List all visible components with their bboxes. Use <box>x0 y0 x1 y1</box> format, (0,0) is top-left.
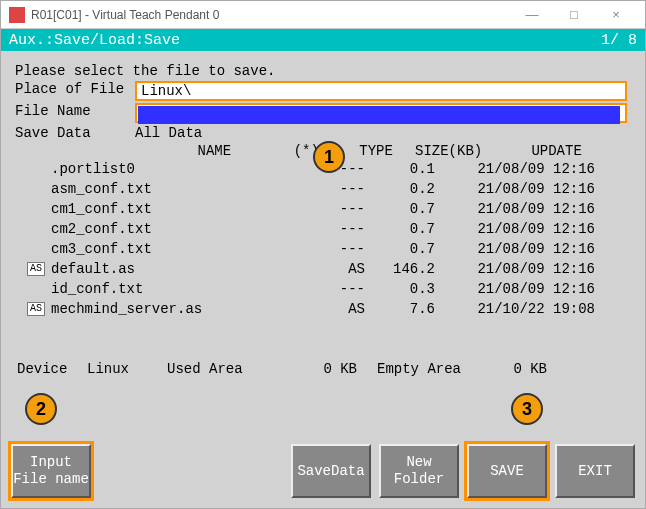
file-type: --- <box>305 281 365 297</box>
minimize-button[interactable]: — <box>511 4 553 26</box>
empty-label: Empty Area <box>357 361 467 377</box>
used-value: 0 KB <box>277 361 357 377</box>
file-row[interactable]: ASmechmind_server.asAS7.621/10/22 19:08 <box>27 299 631 319</box>
window-title: R01[C01] - Virtual Teach Pendant 0 <box>31 8 511 22</box>
file-size: 0.7 <box>365 241 435 257</box>
savedata-button[interactable]: SaveData <box>291 444 371 498</box>
file-type: --- <box>305 241 365 257</box>
file-size: 7.6 <box>365 301 435 317</box>
aux-page: 1/ 8 <box>601 32 637 49</box>
prompt-text: Please select the file to save. <box>15 63 275 79</box>
callout-2: 2 <box>25 393 57 425</box>
file-size: 146.2 <box>365 261 435 277</box>
file-row[interactable]: id_conf.txt---0.321/08/09 12:16 <box>27 279 631 299</box>
savedata-value: All Data <box>135 125 202 141</box>
empty-value: 0 KB <box>467 361 547 377</box>
app-icon <box>9 7 25 23</box>
file-update: 21/08/09 12:16 <box>435 181 595 197</box>
file-update: 21/10/22 19:08 <box>435 301 595 317</box>
filename-label: File Name <box>15 103 135 123</box>
file-list: .portlist0---0.121/08/09 12:16asm_conf.t… <box>27 159 631 319</box>
file-name: cm1_conf.txt <box>45 201 305 217</box>
file-name: cm2_conf.txt <box>45 221 305 237</box>
file-name: id_conf.txt <box>45 281 305 297</box>
input-filename-button[interactable]: Input File name <box>11 444 91 498</box>
file-type-icon: AS <box>27 262 45 276</box>
window: R01[C01] - Virtual Teach Pendant 0 — □ ×… <box>0 0 646 509</box>
file-type: AS <box>305 301 365 317</box>
file-update: 21/08/09 12:16 <box>435 261 595 277</box>
filename-cursor <box>138 106 620 124</box>
file-type-icon: AS <box>27 302 45 316</box>
place-input[interactable]: Linux\ <box>135 81 627 101</box>
header-update: UPDATE <box>482 143 631 159</box>
file-name: mechmind_server.as <box>45 301 305 317</box>
file-update: 21/08/09 12:16 <box>435 161 595 177</box>
exit-button[interactable]: EXIT <box>555 444 635 498</box>
used-label: Used Area <box>167 361 277 377</box>
file-header: NAME (*) TYPE SIZE(KB) UPDATE <box>135 143 631 159</box>
file-size: 0.7 <box>365 201 435 217</box>
content: Please select the file to save. Place of… <box>1 51 645 377</box>
file-size: 0.7 <box>365 221 435 237</box>
file-type: --- <box>305 221 365 237</box>
file-update: 21/08/09 12:16 <box>435 281 595 297</box>
file-row[interactable]: cm3_conf.txt---0.721/08/09 12:16 <box>27 239 631 259</box>
maximize-button[interactable]: □ <box>553 4 595 26</box>
aux-path: Aux.:Save/Load:Save <box>9 32 180 49</box>
device-row: Device Linux Used Area 0 KB Empty Area 0… <box>15 361 631 377</box>
titlebar: R01[C01] - Virtual Teach Pendant 0 — □ × <box>1 1 645 29</box>
callout-3: 3 <box>511 393 543 425</box>
device-label: Device <box>17 361 87 377</box>
header-name: NAME <box>135 143 294 159</box>
file-row[interactable]: cm2_conf.txt---0.721/08/09 12:16 <box>27 219 631 239</box>
savedata-label: Save Data <box>15 125 135 141</box>
file-type: --- <box>305 181 365 197</box>
file-name: .portlist0 <box>45 161 305 177</box>
file-update: 21/08/09 12:16 <box>435 201 595 217</box>
new-folder-button[interactable]: New Folder <box>379 444 459 498</box>
file-type: --- <box>305 201 365 217</box>
file-update: 21/08/09 12:16 <box>435 241 595 257</box>
aux-bar: Aux.:Save/Load:Save 1/ 8 <box>1 29 645 51</box>
file-name: default.as <box>45 261 305 277</box>
save-button[interactable]: SAVE <box>467 444 547 498</box>
button-bar: Input File name SaveData New Folder SAVE… <box>11 444 635 498</box>
file-row[interactable]: ASdefault.asAS146.221/08/09 12:16 <box>27 259 631 279</box>
file-row[interactable]: cm1_conf.txt---0.721/08/09 12:16 <box>27 199 631 219</box>
device-value: Linux <box>87 361 167 377</box>
file-size: 0.2 <box>365 181 435 197</box>
file-name: asm_conf.txt <box>45 181 305 197</box>
file-type: AS <box>305 261 365 277</box>
close-button[interactable]: × <box>595 4 637 26</box>
file-size: 0.1 <box>365 161 435 177</box>
callout-1: 1 <box>313 141 345 173</box>
header-size: SIZE(KB) <box>393 143 482 159</box>
file-name: cm3_conf.txt <box>45 241 305 257</box>
place-label: Place of File <box>15 81 135 101</box>
filename-input[interactable] <box>135 103 627 123</box>
file-update: 21/08/09 12:16 <box>435 221 595 237</box>
file-size: 0.3 <box>365 281 435 297</box>
file-row[interactable]: asm_conf.txt---0.221/08/09 12:16 <box>27 179 631 199</box>
